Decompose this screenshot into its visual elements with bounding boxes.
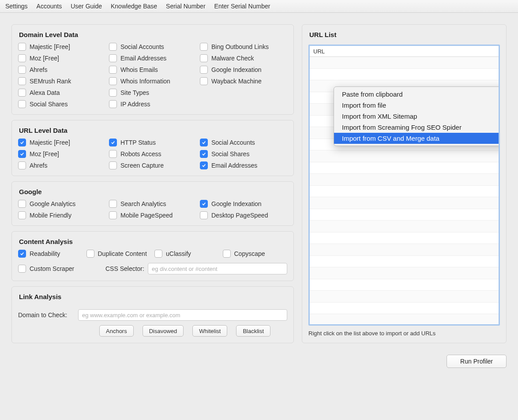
- checkbox-box[interactable]: [18, 77, 26, 85]
- checkbox-social-shares[interactable]: Social Shares: [200, 150, 287, 158]
- checkbox-box[interactable]: [200, 150, 208, 158]
- checkbox-google-indexation[interactable]: Google Indexation: [200, 200, 287, 208]
- whitelist-button[interactable]: Whitelist: [192, 325, 227, 337]
- list-row[interactable]: [310, 186, 499, 198]
- menu-item[interactable]: Enter Serial Number: [212, 2, 273, 11]
- checkbox-box[interactable]: [154, 250, 162, 258]
- checkbox-box[interactable]: [18, 161, 26, 169]
- checkbox-robots-access[interactable]: Robots Access: [109, 150, 196, 158]
- checkbox-screen-capture[interactable]: Screen Capture: [109, 161, 196, 169]
- checkbox-moz-free-[interactable]: Moz [Free]: [18, 150, 105, 158]
- checkbox-social-accounts[interactable]: Social Accounts: [109, 43, 196, 51]
- checkbox-majestic-free-[interactable]: Majestic [Free]: [18, 43, 105, 51]
- checkbox-box[interactable]: [200, 161, 208, 169]
- checkbox-site-types[interactable]: Site Types: [109, 89, 196, 97]
- checkbox-semrush-rank[interactable]: SEMrush Rank: [18, 77, 105, 85]
- url-list[interactable]: URL Paste from clipboardImport from file…: [308, 45, 500, 326]
- context-item[interactable]: Import from XML Sitemap: [334, 111, 500, 122]
- checkbox-box[interactable]: [200, 200, 208, 208]
- checkbox-box[interactable]: [200, 66, 208, 74]
- context-item[interactable]: Import from Screaming Frog SEO Spider: [334, 122, 500, 133]
- list-row[interactable]: [310, 291, 499, 303]
- list-row[interactable]: [310, 162, 499, 174]
- checkbox-box[interactable]: [200, 139, 208, 146]
- checkbox-box[interactable]: [109, 211, 117, 219]
- checkbox-social-shares[interactable]: Social Shares: [18, 100, 105, 108]
- checkbox-desktop-pagespeed[interactable]: Desktop PageSpeed: [200, 211, 287, 219]
- checkbox-search-analytics[interactable]: Search Analytics: [109, 200, 196, 208]
- checkbox-ip-address[interactable]: IP Address: [109, 100, 196, 108]
- list-row[interactable]: [310, 69, 499, 81]
- context-item[interactable]: Paste from clipboard: [334, 89, 500, 100]
- list-row[interactable]: [310, 279, 499, 291]
- list-row[interactable]: [310, 232, 499, 244]
- menu-item[interactable]: Serial Number: [163, 2, 208, 11]
- checkbox-box[interactable]: [18, 43, 26, 51]
- list-row[interactable]: [310, 221, 499, 232]
- checkbox-custom-scraper[interactable]: Custom Scraper: [18, 265, 102, 273]
- checkbox-box[interactable]: [18, 200, 26, 208]
- checkbox-box[interactable]: [18, 150, 26, 158]
- list-row[interactable]: [310, 244, 499, 256]
- checkbox-box[interactable]: [109, 89, 117, 97]
- domain-check-input[interactable]: [78, 309, 287, 321]
- checkbox-whois-information[interactable]: Whois Information: [109, 77, 196, 85]
- checkbox-box[interactable]: [109, 139, 117, 146]
- checkbox-mobile-pagespeed[interactable]: Mobile PageSpeed: [109, 211, 196, 219]
- list-row[interactable]: [310, 150, 499, 162]
- checkbox-alexa-data[interactable]: Alexa Data: [18, 89, 105, 97]
- checkbox-email-addresses[interactable]: Email Addresses: [200, 161, 287, 169]
- checkbox-ahrefs[interactable]: Ahrefs: [18, 161, 105, 169]
- checkbox-copyscape[interactable]: Copyscape: [223, 250, 288, 258]
- checkbox-box[interactable]: [18, 250, 26, 258]
- list-row[interactable]: [310, 256, 499, 268]
- checkbox-box[interactable]: [200, 211, 208, 219]
- checkbox-readability[interactable]: Readability: [18, 250, 83, 258]
- checkbox-box[interactable]: [18, 54, 26, 62]
- checkbox-box[interactable]: [200, 77, 208, 85]
- checkbox-box[interactable]: [18, 66, 26, 74]
- list-row[interactable]: [310, 314, 499, 326]
- checkbox-box[interactable]: [223, 250, 231, 258]
- checkbox-box[interactable]: [109, 200, 117, 208]
- checkbox-uclassify[interactable]: uClassify: [154, 250, 219, 258]
- context-item[interactable]: Import from file: [334, 100, 500, 111]
- list-row[interactable]: [310, 197, 499, 209]
- run-profiler-button[interactable]: Run Profiler: [447, 355, 507, 368]
- checkbox-box[interactable]: [18, 100, 26, 108]
- menu-item[interactable]: Settings: [3, 2, 30, 11]
- checkbox-mobile-friendly[interactable]: Mobile Friendly: [18, 211, 105, 219]
- checkbox-social-accounts[interactable]: Social Accounts: [200, 139, 287, 146]
- checkbox-majestic-free-[interactable]: Majestic [Free]: [18, 139, 105, 146]
- list-row[interactable]: [310, 57, 499, 69]
- checkbox-box[interactable]: [200, 54, 208, 62]
- checkbox-box[interactable]: [200, 43, 208, 51]
- checkbox-google-indexation[interactable]: Google Indexation: [200, 66, 287, 74]
- checkbox-wayback-machine[interactable]: Wayback Machine: [200, 77, 287, 85]
- checkbox-box[interactable]: [109, 150, 117, 158]
- list-row[interactable]: [310, 174, 499, 186]
- checkbox-google-analytics[interactable]: Google Analytics: [18, 200, 105, 208]
- list-row[interactable]: [310, 303, 499, 315]
- checkbox-bing-outbound-links[interactable]: Bing Outbound Links: [200, 43, 287, 51]
- checkbox-malware-check[interactable]: Malware Check: [200, 54, 287, 62]
- checkbox-email-addresses[interactable]: Email Addresses: [109, 54, 196, 62]
- blacklist-button[interactable]: Blacklist: [236, 325, 270, 337]
- checkbox-ahrefs[interactable]: Ahrefs: [18, 66, 105, 74]
- menu-item[interactable]: User Guide: [68, 2, 105, 11]
- checkbox-http-status[interactable]: HTTP Status: [109, 139, 196, 146]
- menu-item[interactable]: Accounts: [34, 2, 65, 11]
- checkbox-box[interactable]: [18, 139, 26, 146]
- list-row[interactable]: [310, 209, 499, 221]
- checkbox-box[interactable]: [86, 250, 94, 258]
- checkbox-box[interactable]: [109, 43, 117, 51]
- checkbox-box[interactable]: [109, 54, 117, 62]
- checkbox-box[interactable]: [109, 77, 117, 85]
- disavowed-button[interactable]: Disavowed: [143, 325, 184, 337]
- checkbox-duplicate-content[interactable]: Duplicate Content: [86, 250, 151, 258]
- checkbox-whois-emails[interactable]: Whois Emails: [109, 66, 196, 74]
- checkbox-moz-free-[interactable]: Moz [Free]: [18, 54, 105, 62]
- list-row[interactable]: [310, 267, 499, 279]
- anchors-button[interactable]: Anchors: [99, 325, 134, 337]
- checkbox-box[interactable]: [109, 66, 117, 74]
